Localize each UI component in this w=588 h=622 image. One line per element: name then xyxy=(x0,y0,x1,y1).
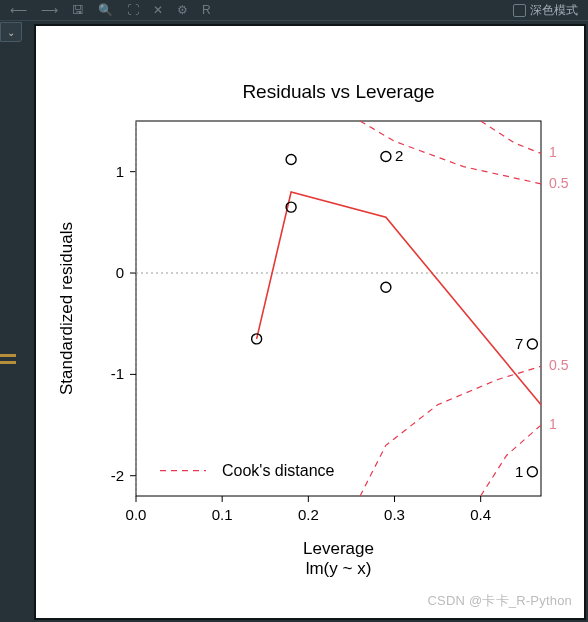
side-markers xyxy=(0,354,16,364)
svg-text:Leverage: Leverage xyxy=(303,539,374,558)
svg-text:0.5: 0.5 xyxy=(549,357,569,373)
svg-point-35 xyxy=(527,339,537,349)
residuals-leverage-chart: Residuals vs Leverage-2-1010.00.10.20.30… xyxy=(36,26,584,618)
svg-text:0.0: 0.0 xyxy=(126,506,147,523)
svg-text:lm(y ~ x): lm(y ~ x) xyxy=(306,559,372,578)
nav-forward-icon[interactable]: ⟶ xyxy=(41,3,58,17)
svg-point-37 xyxy=(527,467,537,477)
plot-area: Residuals vs Leverage-2-1010.00.10.20.30… xyxy=(34,24,586,620)
dark-mode-checkbox[interactable] xyxy=(513,4,526,17)
svg-rect-1 xyxy=(136,121,541,496)
svg-point-31 xyxy=(286,155,296,165)
svg-text:0.5: 0.5 xyxy=(549,175,569,191)
watermark: CSDN @卡卡_R-Python xyxy=(428,592,572,610)
zoom-icon[interactable]: 🔍 xyxy=(98,3,113,17)
svg-text:Residuals vs Leverage: Residuals vs Leverage xyxy=(242,81,434,102)
toolbar: ⟵ ⟶ 🖫 🔍 ⛶ ✕ ⚙ R 深色模式 xyxy=(0,0,588,21)
svg-text:1: 1 xyxy=(549,144,557,160)
dropdown-button[interactable]: ⌄ xyxy=(0,22,22,42)
lang-label: R xyxy=(202,3,211,17)
svg-text:-1: -1 xyxy=(111,365,124,382)
save-icon[interactable]: 🖫 xyxy=(72,3,84,17)
nav-back-icon[interactable]: ⟵ xyxy=(10,3,27,17)
svg-text:Cook's distance: Cook's distance xyxy=(222,462,335,479)
svg-text:0: 0 xyxy=(116,264,124,281)
svg-text:7: 7 xyxy=(515,335,523,352)
svg-point-34 xyxy=(381,282,391,292)
svg-text:2: 2 xyxy=(395,147,403,164)
close-icon[interactable]: ✕ xyxy=(153,3,163,17)
svg-point-32 xyxy=(381,151,391,161)
svg-text:1: 1 xyxy=(116,163,124,180)
svg-text:1: 1 xyxy=(515,463,523,480)
settings-icon[interactable]: ⚙ xyxy=(177,3,188,17)
export-icon[interactable]: ⛶ xyxy=(127,3,139,17)
svg-text:1: 1 xyxy=(549,416,557,432)
dark-mode-label: 深色模式 xyxy=(530,2,578,19)
svg-text:0.1: 0.1 xyxy=(212,506,233,523)
svg-text:0.4: 0.4 xyxy=(470,506,491,523)
svg-text:-2: -2 xyxy=(111,467,124,484)
svg-text:0.2: 0.2 xyxy=(298,506,319,523)
svg-text:0.3: 0.3 xyxy=(384,506,405,523)
svg-text:Standardized residuals: Standardized residuals xyxy=(57,222,76,395)
